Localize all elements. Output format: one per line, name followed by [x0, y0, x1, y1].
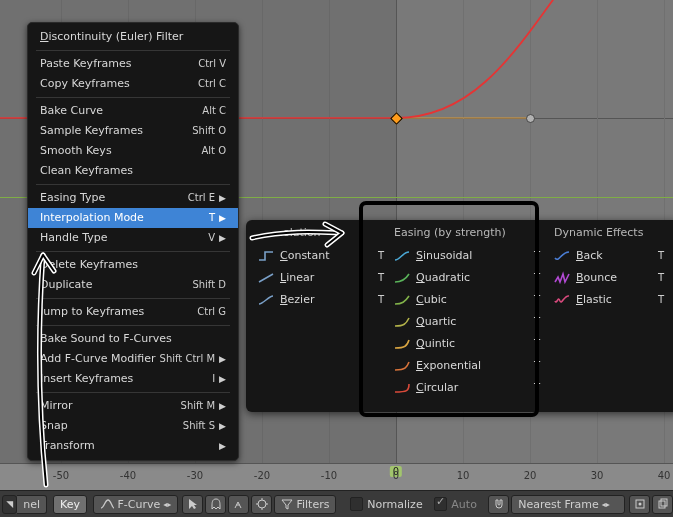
menu-interpolation-mode[interactable]: Interpolation ModeT▶ — [28, 208, 238, 228]
tick-label: 10 — [457, 470, 470, 481]
interp-curve-icon — [554, 249, 570, 263]
auto-checkbox[interactable] — [434, 497, 447, 511]
interp-option-shortcut: T — [658, 289, 670, 311]
channel-menu[interactable]: nel — [17, 495, 47, 514]
interp-curve-icon — [554, 293, 570, 307]
menu-delete-keyframes[interactable]: Delete Keyframes — [28, 255, 238, 275]
interp-curve-icon — [394, 271, 410, 285]
menu-handle-type[interactable]: Handle TypeV▶ — [28, 228, 238, 248]
interp-option-elastic[interactable]: ElasticT — [550, 289, 673, 311]
interp-curve-icon — [258, 293, 274, 307]
menu-smooth-keys[interactable]: Smooth KeysAlt O — [28, 141, 238, 161]
interp-option-shortcut: T — [534, 267, 546, 289]
interp-option-label: Quadratic — [416, 267, 534, 289]
interp-curve-icon — [394, 315, 410, 329]
fcurve-mode-selector[interactable]: F-Curve◂▸ — [93, 495, 178, 514]
interp-option-cubic[interactable]: CubicT — [390, 289, 550, 311]
fcurve-icon — [100, 498, 114, 510]
interpolation-submenu[interactable]: ......olation ConstantTLinearTBezierT Ea… — [246, 220, 673, 412]
interp-option-quadratic[interactable]: QuadraticT — [390, 267, 550, 289]
menu-easing-type[interactable]: Easing TypeCtrl E▶ — [28, 188, 238, 208]
ghost-icon[interactable] — [205, 495, 226, 514]
graph-editor-header-bar[interactable]: ◥ nel Key F-Curve◂▸ Filters Normalize Au… — [0, 490, 673, 517]
copy-icon[interactable] — [652, 495, 673, 514]
interp-curve-icon — [394, 249, 410, 263]
normalize-checkbox[interactable] — [350, 497, 363, 511]
interp-option-bounce[interactable]: BounceT — [550, 267, 673, 289]
interp-option-shortcut: T — [658, 245, 670, 267]
tick-label: -50 — [53, 470, 69, 481]
menu-snap[interactable]: SnapShift S▶ — [28, 416, 238, 436]
interp-option-constant[interactable]: ConstantT — [254, 245, 394, 267]
snap-icon[interactable] — [251, 495, 272, 514]
submenu-col1-header: ......olation — [254, 226, 394, 245]
menu-bake-curve[interactable]: Bake CurveAlt C — [28, 101, 238, 121]
tick-label: 30 — [591, 470, 604, 481]
interp-option-circular[interactable]: CircularT — [390, 377, 550, 399]
interp-option-sinusoidal[interactable]: SinusoidalT — [390, 245, 550, 267]
interp-option-label: Linear — [280, 267, 378, 289]
menu-insert-keyframes[interactable]: Insert KeyframesI▶ — [28, 369, 238, 389]
menu-jump-keyframes[interactable]: Jump to KeyframesCtrl G — [28, 302, 238, 322]
interp-option-shortcut: T — [378, 267, 390, 289]
interp-option-linear[interactable]: LinearT — [254, 267, 394, 289]
interp-curve-icon — [394, 293, 410, 307]
menu-mirror[interactable]: MirrorShift M▶ — [28, 396, 238, 416]
menu-discontinuity-filter[interactable]: Discontinuity (Euler) Filter — [28, 27, 238, 47]
tick-label: -40 — [120, 470, 136, 481]
svg-rect-3 — [659, 501, 665, 508]
interp-option-label: Exponential — [416, 355, 534, 377]
interp-curve-icon — [394, 337, 410, 351]
normalize-icon[interactable] — [228, 495, 249, 514]
interp-option-shortcut: T — [658, 267, 670, 289]
cursor-tool-icon[interactable] — [182, 495, 203, 514]
interp-option-label: Quartic — [416, 311, 534, 333]
interp-option-label: Constant — [280, 245, 378, 267]
svg-rect-4 — [661, 499, 667, 506]
menu-copy-keyframes[interactable]: Copy KeyframesCtrl C — [28, 74, 238, 94]
interp-curve-icon — [394, 381, 410, 395]
interp-option-label: Cubic — [416, 289, 534, 311]
interp-option-bezier[interactable]: BezierT — [254, 289, 394, 311]
menu-sample-keyframes[interactable]: Sample KeyframesShift O — [28, 121, 238, 141]
snap-mode-selector[interactable]: Nearest Frame◂▸ — [511, 495, 625, 514]
filters-toggle[interactable]: Filters — [274, 495, 336, 514]
submenu-col2-header: Easing (by strength) — [390, 226, 550, 245]
interp-curve-icon — [258, 271, 274, 285]
pivot-icon[interactable] — [629, 495, 650, 514]
menu-add-fcurve-modifier[interactable]: Add F-Curve ModifierShift Ctrl M▶ — [28, 349, 238, 369]
interp-curve-icon — [394, 359, 410, 373]
menu-paste-keyframes[interactable]: Paste KeyframesCtrl V — [28, 54, 238, 74]
tick-label: 0 — [393, 470, 399, 481]
timeline-strip[interactable]: 0 -50 -40 -30 -20 -10 0 10 20 30 40 — [0, 463, 673, 492]
interp-option-label: Back — [576, 245, 658, 267]
interp-curve-icon — [258, 249, 274, 263]
key-menu[interactable]: Key — [53, 495, 87, 514]
interp-option-label: Quintic — [416, 333, 534, 355]
interp-option-quintic[interactable]: QuinticT — [390, 333, 550, 355]
keyframe-handle[interactable] — [526, 114, 535, 123]
interp-option-shortcut: T — [534, 377, 546, 399]
magnet-icon[interactable] — [488, 495, 509, 514]
tick-label: -10 — [321, 470, 337, 481]
editor-type-selector[interactable]: ◥ — [2, 495, 17, 514]
interp-option-exponential[interactable]: ExponentialT — [390, 355, 550, 377]
interp-option-shortcut: T — [378, 289, 390, 311]
interp-option-label: Bezier — [280, 289, 378, 311]
interp-option-shortcut: T — [534, 311, 546, 333]
context-menu[interactable]: Discontinuity (Euler) Filter Paste Keyfr… — [27, 22, 239, 461]
auto-label: Auto — [451, 498, 477, 511]
svg-point-2 — [638, 503, 641, 506]
interp-option-quartic[interactable]: QuarticT — [390, 311, 550, 333]
tick-label: -20 — [254, 470, 270, 481]
menu-duplicate[interactable]: DuplicateShift D — [28, 275, 238, 295]
interp-curve-icon — [554, 271, 570, 285]
menu-bake-sound[interactable]: Bake Sound to F-Curves — [28, 329, 238, 349]
funnel-icon — [281, 498, 293, 510]
menu-transform[interactable]: Transform▶ — [28, 436, 238, 456]
interp-option-back[interactable]: BackT — [550, 245, 673, 267]
interp-option-shortcut: T — [534, 333, 546, 355]
menu-clean-keyframes[interactable]: Clean Keyframes — [28, 161, 238, 181]
interp-option-label: Bounce — [576, 267, 658, 289]
interp-option-shortcut: T — [534, 355, 546, 377]
